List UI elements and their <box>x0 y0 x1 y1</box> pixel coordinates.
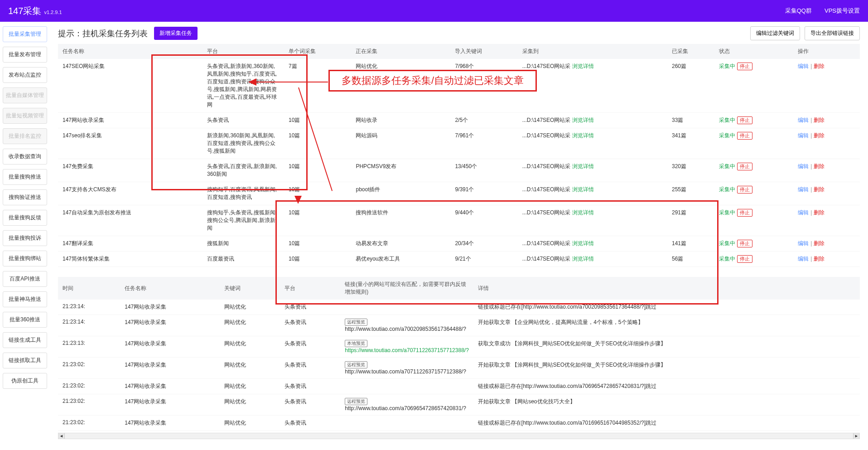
edit-link[interactable]: 编辑 <box>798 240 809 247</box>
tasks-col-5: 采集到 <box>518 44 667 59</box>
delete-link[interactable]: 删除 <box>814 117 825 123</box>
preview-badge[interactable]: 远程预览 <box>345 398 367 405</box>
browse-detail-link[interactable]: 浏览详情 <box>572 63 594 69</box>
stop-button[interactable]: 停止 <box>737 63 752 70</box>
delete-link[interactable]: 删除 <box>814 63 825 69</box>
header-link-vps[interactable]: VPS拨号设置 <box>825 7 860 15</box>
stop-button[interactable]: 停止 <box>737 132 752 140</box>
log-time: 21:23:02: <box>58 358 120 379</box>
logs-col-5: 详情 <box>473 277 860 300</box>
sidebar-item-12[interactable]: 百度API推送 <box>3 271 47 287</box>
log-keyword: 网站优化 <box>220 416 280 431</box>
stop-button[interactable]: 停止 <box>737 209 752 217</box>
sidebar-item-10[interactable]: 批量搜狗投诉 <box>3 230 47 246</box>
stop-button[interactable]: 停止 <box>737 186 752 194</box>
task-cell: 搜狗知乎,头条资讯,搜狐新闻,搜狗公众号,腾讯新闻,新浪新闻 <box>203 205 284 236</box>
log-url[interactable]: http://www.toutiao.com/a7002098535617364… <box>345 326 466 332</box>
sidebar-item-11[interactable]: 批量搜狗绑站 <box>3 251 47 266</box>
sidebar-item-2[interactable]: 发布站点监控 <box>3 67 47 83</box>
task-cell: 新浪新闻,360新闻,凤凰新闻,百度知道,搜狗资讯,搜狗公众号,搜狐新闻 <box>203 128 284 159</box>
preview-badge[interactable]: 本地预览 <box>345 340 367 347</box>
log-task: 147网站收录采集 <box>120 358 220 379</box>
browse-detail-link[interactable]: 浏览详情 <box>572 256 594 262</box>
export-errors-button[interactable]: 导出全部错误链接 <box>805 26 860 40</box>
sidebar-item-8[interactable]: 搜狗验证推送 <box>3 189 47 205</box>
sidebar-item-16[interactable]: 链接抓取工具 <box>3 353 47 368</box>
edit-link[interactable]: 编辑 <box>798 186 809 193</box>
tasks-col-4: 导入关键词 <box>450 44 517 59</box>
logs-col-0: 时间 <box>58 277 120 300</box>
task-ops: 编辑|删除 <box>793 159 860 182</box>
task-dest: ...D:\147SEO网站采 浏览详情 <box>518 159 667 182</box>
sidebar-item-17[interactable]: 伪原创工具 <box>3 373 47 389</box>
task-cell: 147网站收录采集 <box>58 113 203 128</box>
task-cell: 33篇 <box>667 113 714 128</box>
delete-link[interactable]: 删除 <box>814 132 825 139</box>
browse-detail-link[interactable]: 浏览详情 <box>572 132 594 139</box>
new-task-button[interactable]: 新增采集任务 <box>154 27 198 40</box>
edit-link[interactable]: 编辑 <box>798 63 809 69</box>
preview-badge[interactable]: 远程预览 <box>345 319 367 326</box>
sidebar-item-1[interactable]: 批量发布管理 <box>3 47 47 63</box>
task-ops: 编辑|删除 <box>793 252 860 267</box>
log-task: 147网站收录采集 <box>120 394 220 416</box>
tasks-col-8: 操作 <box>793 44 860 59</box>
edit-link[interactable]: 编辑 <box>798 163 809 169</box>
sidebar-item-6[interactable]: 收录数据查询 <box>3 149 47 165</box>
sidebar-item-7[interactable]: 批量搜狗推送 <box>3 169 47 185</box>
task-cell: 147翻译采集 <box>58 236 203 252</box>
sidebar-item-13[interactable]: 批量神马推送 <box>3 291 47 307</box>
header-link-qq[interactable]: 采集QQ群 <box>785 7 812 15</box>
scroll-left-icon[interactable]: ◄ <box>58 433 65 439</box>
task-row: 147seo排名采集新浪新闻,360新闻,凤凰新闻,百度知道,搜狗资讯,搜狗公众… <box>58 128 860 159</box>
browse-detail-link[interactable]: 浏览详情 <box>572 240 594 247</box>
task-cell: 9/391个 <box>450 182 517 205</box>
edit-link[interactable]: 编辑 <box>798 209 809 216</box>
stop-button[interactable]: 停止 <box>737 163 752 170</box>
edit-link[interactable]: 编辑 <box>798 117 809 123</box>
delete-link[interactable]: 删除 <box>814 240 825 247</box>
sidebar-item-15[interactable]: 链接生成工具 <box>3 332 47 348</box>
task-cell: 百度最资讯 <box>203 252 284 267</box>
delete-link[interactable]: 删除 <box>814 209 825 216</box>
sidebar-item-9[interactable]: 批量搜狗反馈 <box>3 210 47 226</box>
browse-detail-link[interactable]: 浏览详情 <box>572 209 594 216</box>
log-time: 21:23:14: <box>58 300 120 315</box>
edit-link[interactable]: 编辑 <box>798 256 809 262</box>
task-ops: 编辑|删除 <box>793 205 860 236</box>
header-links: 采集QQ群 VPS拨号设置 <box>785 7 860 15</box>
log-url[interactable]: http://www.toutiao.com/a7069654728657420… <box>345 405 466 411</box>
delete-link[interactable]: 删除 <box>814 163 825 169</box>
task-dest: ...D:\147SEO网站采 浏览详情 <box>518 252 667 267</box>
task-cell: 147自动采集为原创发布推送 <box>58 205 203 236</box>
browse-detail-link[interactable]: 浏览详情 <box>572 163 594 169</box>
task-cell: PHPCMSV9发布 <box>351 159 450 182</box>
scroll-right-icon[interactable]: ► <box>853 433 859 439</box>
task-cell: 动易发布文章 <box>351 236 450 252</box>
browse-detail-link[interactable]: 浏览详情 <box>572 117 594 123</box>
sidebar-item-14[interactable]: 批量360推送 <box>3 312 47 328</box>
task-status: 采集中停止 <box>714 182 793 205</box>
delete-link[interactable]: 删除 <box>814 256 825 262</box>
task-status: 采集中停止 <box>714 159 793 182</box>
horizontal-scrollbar[interactable]: ◄ ► <box>58 433 860 439</box>
log-url[interactable]: https://www.toutiao.com/a707112263715771… <box>345 347 469 353</box>
preview-badge[interactable]: 远程预览 <box>345 361 367 368</box>
stop-button[interactable]: 停止 <box>737 255 752 263</box>
log-url[interactable]: http://www.toutiao.com/a7071122637157712… <box>345 368 466 375</box>
log-detail: 链接或标题已存在[http://www.toutiao.com/a7016965… <box>473 416 860 431</box>
sidebar-item-0[interactable]: 批量采集管理 <box>3 26 47 42</box>
log-platform: 头条资讯 <box>280 416 340 431</box>
browse-detail-link[interactable]: 浏览详情 <box>572 186 594 193</box>
task-cell: 10篇 <box>284 113 351 128</box>
log-keyword: 网站优化 <box>220 358 280 379</box>
tasks-col-2: 单个词采集 <box>284 44 351 59</box>
delete-link[interactable]: 删除 <box>814 186 825 193</box>
task-cell: 255篇 <box>667 182 714 205</box>
edit-filter-button[interactable]: 编辑过滤关键词 <box>750 26 800 40</box>
task-cell: 易优eyou发布工具 <box>351 252 450 267</box>
stop-button[interactable]: 停止 <box>737 240 752 247</box>
log-time: 21:23:14: <box>58 315 120 336</box>
edit-link[interactable]: 编辑 <box>798 132 809 139</box>
stop-button[interactable]: 停止 <box>737 116 752 124</box>
